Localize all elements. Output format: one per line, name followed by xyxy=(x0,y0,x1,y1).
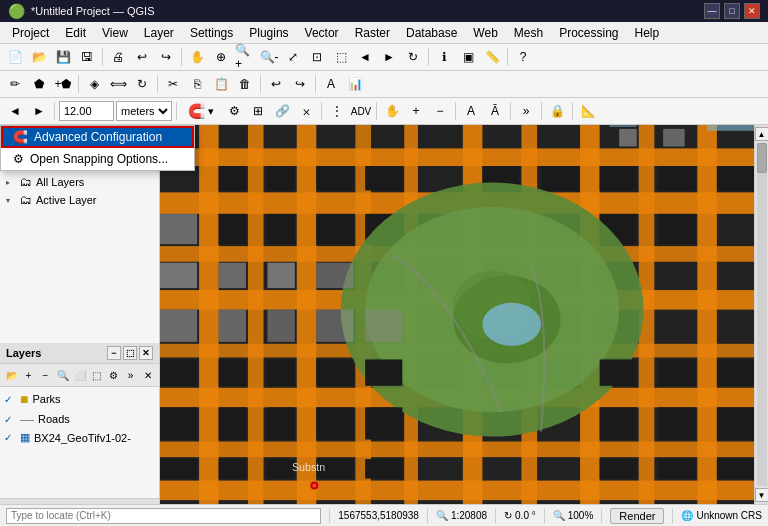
menu-mesh[interactable]: Mesh xyxy=(506,22,551,44)
pan-to-selection-button[interactable]: ⊕ xyxy=(210,46,232,68)
move-feature-button[interactable]: ⟺ xyxy=(107,73,129,95)
menu-project[interactable]: Project xyxy=(4,22,57,44)
layers-float-button[interactable]: ⬚ xyxy=(123,346,137,360)
menu-plugins[interactable]: Plugins xyxy=(241,22,296,44)
edit-toggle-button[interactable]: ✏ xyxy=(4,73,26,95)
delete-feature-button[interactable]: 🗑 xyxy=(234,73,256,95)
cut-feature-button[interactable]: ✂ xyxy=(162,73,184,95)
layer-item-parks[interactable]: ✓ ■ Parks xyxy=(0,389,159,409)
layers-close2-button[interactable]: ✕ xyxy=(140,366,155,384)
add-layer-button[interactable]: + xyxy=(21,366,36,384)
snap-tolerance-button[interactable]: ⊞ xyxy=(247,100,269,122)
print-button[interactable]: 🖨 xyxy=(107,46,129,68)
layers-collapse-button[interactable]: − xyxy=(107,346,121,360)
copy-feature-button[interactable]: ⎘ xyxy=(186,73,208,95)
menu-web[interactable]: Web xyxy=(465,22,505,44)
extra-button2[interactable]: Ā xyxy=(484,100,506,122)
scale-input[interactable] xyxy=(59,101,114,121)
menu-settings[interactable]: Settings xyxy=(182,22,241,44)
maximize-button[interactable]: □ xyxy=(724,3,740,19)
filter-layers-button[interactable]: 🔍 xyxy=(55,366,70,384)
scroll-down-button[interactable]: ▼ xyxy=(755,488,769,502)
back-button[interactable]: ◄ xyxy=(4,100,26,122)
vertex-tool-button[interactable]: ◈ xyxy=(83,73,105,95)
rotate-feature-button[interactable]: ↻ xyxy=(131,73,153,95)
menu-database[interactable]: Database xyxy=(398,22,465,44)
remove-layer-button[interactable]: − xyxy=(38,366,53,384)
menu-layer[interactable]: Layer xyxy=(136,22,182,44)
save-as-button[interactable]: 🖫 xyxy=(76,46,98,68)
identify-button[interactable]: ℹ xyxy=(433,46,455,68)
redo-button[interactable]: ↪ xyxy=(155,46,177,68)
ruler-button[interactable]: 📐 xyxy=(577,100,599,122)
digitize-options-button[interactable]: ⋮ xyxy=(326,100,348,122)
label-tool-button[interactable]: A xyxy=(320,73,342,95)
forward-button[interactable]: ► xyxy=(28,100,50,122)
intersection-button[interactable]: ⨉ xyxy=(295,100,317,122)
snap-enable-button[interactable]: 🧲 ▾ xyxy=(181,100,221,122)
zoom-out-map-button[interactable]: − xyxy=(429,100,451,122)
measure-button[interactable]: 📏 xyxy=(481,46,503,68)
collapse-layers-button[interactable]: ⬚ xyxy=(89,366,104,384)
zoom-in-map-button[interactable]: + xyxy=(405,100,427,122)
layer-item-roads[interactable]: ✓ — Roads xyxy=(0,409,159,429)
right-scrollbar[interactable]: ▲ ▼ xyxy=(754,125,768,504)
redo-edit-button[interactable]: ↪ xyxy=(289,73,311,95)
snap-config-button[interactable]: ⚙ xyxy=(223,100,245,122)
zoom-selection-button[interactable]: ⊡ xyxy=(306,46,328,68)
menu-processing[interactable]: Processing xyxy=(551,22,626,44)
diagram-button[interactable]: 📊 xyxy=(344,73,366,95)
zoom-next-button[interactable]: ► xyxy=(378,46,400,68)
unit-select[interactable]: meters xyxy=(116,101,172,121)
minimize-button[interactable]: — xyxy=(704,3,720,19)
layers-end-button[interactable]: » xyxy=(123,366,138,384)
snap-open-options-item[interactable]: ⚙ Open Snapping Options... xyxy=(1,148,160,170)
pan-map-button[interactable]: ✋ xyxy=(381,100,403,122)
snap-advanced-config-item[interactable]: 🧲 Advanced Configuration xyxy=(1,126,160,148)
layer-item-raster[interactable]: ✓ ▦ BX24_GeoTifv1-02- xyxy=(0,429,159,446)
zoom-full-button[interactable]: ⤢ xyxy=(282,46,304,68)
scroll-up-button[interactable]: ▲ xyxy=(755,127,769,141)
refresh-button[interactable]: ↻ xyxy=(402,46,424,68)
tree-item-active-layer[interactable]: ▾ 🗂 Active Layer xyxy=(0,191,159,209)
layers-resize-handle[interactable] xyxy=(0,498,159,504)
map-area[interactable]: Substn xyxy=(160,125,754,504)
add-feature-button[interactable]: +⬟ xyxy=(52,73,74,95)
tips-button[interactable]: ? xyxy=(512,46,534,68)
undo-edit-button[interactable]: ↩ xyxy=(265,73,287,95)
new-project-button[interactable]: 📄 xyxy=(4,46,26,68)
save-project-button[interactable]: 💾 xyxy=(52,46,74,68)
layers-close-button[interactable]: ✕ xyxy=(139,346,153,360)
zoom-layer-button[interactable]: ⬚ xyxy=(330,46,352,68)
digitize-button[interactable]: ⬟ xyxy=(28,73,50,95)
select-button[interactable]: ▣ xyxy=(457,46,479,68)
menu-view[interactable]: View xyxy=(94,22,136,44)
render-button[interactable]: Render xyxy=(610,508,664,524)
scroll-thumb[interactable] xyxy=(757,143,767,173)
expand-layers-button[interactable]: ⬜ xyxy=(72,366,87,384)
scroll-track[interactable] xyxy=(757,143,767,486)
open-project-button[interactable]: 📂 xyxy=(28,46,50,68)
chevron-right-button[interactable]: » xyxy=(515,100,537,122)
close-button[interactable]: ✕ xyxy=(744,3,760,19)
topology-button[interactable]: 🔗 xyxy=(271,100,293,122)
pan-button[interactable]: ✋ xyxy=(186,46,208,68)
paste-feature-button[interactable]: 📋 xyxy=(210,73,232,95)
menu-raster[interactable]: Raster xyxy=(347,22,398,44)
tree-item-all-layers[interactable]: ▸ 🗂 All Layers xyxy=(0,173,159,191)
lock-button[interactable]: 🔒 xyxy=(546,100,568,122)
undo-button[interactable]: ↩ xyxy=(131,46,153,68)
status-separator xyxy=(672,509,673,523)
zoom-out-button[interactable]: 🔍- xyxy=(258,46,280,68)
extra-button[interactable]: A xyxy=(460,100,482,122)
advanced-digitize-button[interactable]: ADV xyxy=(350,100,372,122)
zoom-previous-button[interactable]: ◄ xyxy=(354,46,376,68)
menu-help[interactable]: Help xyxy=(627,22,668,44)
locate-input[interactable] xyxy=(6,508,321,524)
menu-vector[interactable]: Vector xyxy=(297,22,347,44)
crs-display[interactable]: 🌐 Unknown CRS xyxy=(681,510,762,521)
open-layer-button[interactable]: 📂 xyxy=(4,366,19,384)
zoom-in-button[interactable]: 🔍+ xyxy=(234,46,256,68)
menu-edit[interactable]: Edit xyxy=(57,22,94,44)
layers-settings-button[interactable]: ⚙ xyxy=(106,366,121,384)
